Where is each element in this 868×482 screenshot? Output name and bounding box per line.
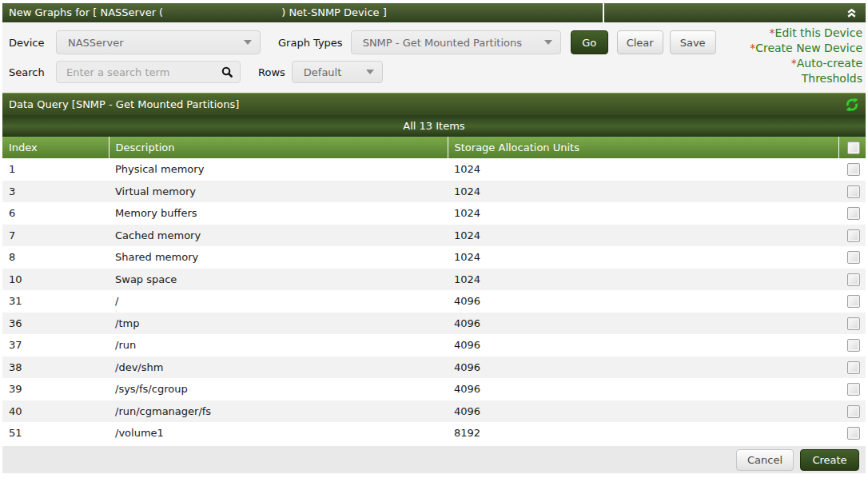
row-checkbox[interactable] [847, 295, 860, 308]
cell-select [838, 202, 866, 225]
search-input[interactable] [66, 66, 221, 78]
graph-types-select-value: SNMP - Get Mounted Partitions [363, 37, 522, 49]
auto-create-thresholds-label: Auto-create Thresholds [797, 57, 862, 85]
action-footer: Cancel Create [2, 446, 866, 473]
cell-select [838, 225, 866, 247]
cell-description: Shared memory [109, 246, 448, 269]
data-query-title: Data Query [SNMP - Get Mounted Partition… [9, 98, 239, 110]
row-checkbox[interactable] [847, 361, 860, 374]
cell-index: 40 [2, 400, 109, 423]
search-icon [221, 66, 233, 78]
cell-index: 51 [2, 422, 109, 444]
row-checkbox[interactable] [847, 405, 860, 418]
cell-units: 8192 [448, 422, 838, 444]
cell-units: 1024 [448, 158, 838, 181]
column-header-description: Description [109, 137, 448, 158]
row-checkbox[interactable] [847, 207, 860, 220]
table-row[interactable]: 51 /volume1 8192 [2, 422, 866, 444]
cell-units: 4096 [448, 357, 838, 379]
partitions-table: Index Description Storage Allocation Uni… [2, 137, 866, 444]
edit-this-device-link[interactable]: *Edit this Device [770, 26, 862, 39]
items-summary: All 13 Items [403, 120, 464, 132]
row-checkbox[interactable] [847, 185, 860, 198]
row-checkbox[interactable] [847, 273, 860, 286]
table-row[interactable]: 31 / 4096 [2, 290, 866, 313]
cell-index: 39 [2, 378, 109, 400]
row-checkbox[interactable] [847, 383, 860, 396]
items-summary-bar: All 13 Items [2, 115, 866, 137]
cell-index: 3 [2, 181, 109, 203]
create-button[interactable]: Create [800, 449, 859, 471]
row-checkbox[interactable] [847, 317, 860, 330]
create-new-device-label: Create New Device [755, 42, 862, 54]
page: New Graphs for [ NASServer () Net-SNMP D… [2, 3, 866, 473]
device-label: Device [2, 37, 56, 49]
table-row[interactable]: 40 /run/cgmanager/fs 4096 [2, 400, 866, 423]
create-new-device-link[interactable]: *Create New Device [750, 42, 862, 54]
cell-description: /tmp [109, 313, 448, 335]
row-checkbox[interactable] [847, 163, 860, 176]
cell-select [838, 422, 866, 444]
cell-units: 1024 [448, 246, 838, 269]
device-select-value: NASServer [68, 37, 124, 49]
cell-description: Cached memory [109, 225, 448, 247]
row-checkbox[interactable] [847, 229, 860, 242]
cell-select [838, 378, 866, 400]
select-all-checkbox[interactable] [847, 141, 860, 154]
table-row[interactable]: 38 /dev/shm 4096 [2, 357, 866, 379]
table-row[interactable]: 39 /sys/fs/cgroup 4096 [2, 378, 866, 400]
save-button[interactable]: Save [670, 30, 716, 54]
rows-select-value: Default [304, 66, 342, 78]
refresh-icon[interactable] [845, 98, 859, 112]
cell-description: Swap space [109, 269, 448, 291]
cancel-button[interactable]: Cancel [736, 449, 794, 471]
table-row[interactable]: 6 Memory buffers 1024 [2, 202, 866, 225]
table-row[interactable]: 8 Shared memory 1024 [2, 246, 866, 269]
cell-units: 1024 [448, 225, 838, 247]
edit-this-device-label: Edit this Device [775, 26, 862, 39]
table-row[interactable]: 3 Virtual memory 1024 [2, 181, 866, 203]
cell-units: 4096 [448, 290, 838, 313]
row-checkbox[interactable] [847, 427, 860, 440]
graph-types-label: Graph Types [272, 37, 343, 49]
table-row[interactable]: 36 /tmp 4096 [2, 313, 866, 335]
rows-select[interactable]: Default [292, 61, 383, 83]
cell-description: / [109, 290, 448, 313]
cell-description: /run/cgmanager/fs [109, 400, 448, 423]
collapse-icon[interactable] [846, 7, 858, 19]
table-row[interactable]: 10 Swap space 1024 [2, 269, 866, 291]
table-row[interactable]: 7 Cached memory 1024 [2, 225, 866, 247]
cell-description: Virtual memory [109, 181, 448, 203]
cell-index: 38 [2, 357, 109, 379]
cell-select [838, 313, 866, 335]
page-title: New Graphs for [ NASServer () Net-SNMP D… [2, 3, 604, 22]
cell-select [838, 290, 866, 313]
table-row[interactable]: 1 Physical memory 1024 [2, 158, 866, 181]
search-field [56, 61, 241, 83]
cell-select [838, 357, 866, 379]
chevron-down-icon [366, 70, 374, 74]
cell-index: 8 [2, 246, 109, 269]
cell-select [838, 400, 866, 423]
cell-description: /run [109, 334, 448, 357]
cell-index: 31 [2, 290, 109, 313]
clear-button[interactable]: Clear [617, 30, 663, 54]
table-row[interactable]: 37 /run 4096 [2, 334, 866, 357]
page-title-left: New Graphs for [ NASServer ( [9, 6, 163, 18]
row-checkbox[interactable] [847, 251, 860, 264]
device-select[interactable]: NASServer [56, 30, 261, 54]
cell-units: 1024 [448, 181, 838, 203]
cell-select [838, 158, 866, 181]
cell-select [838, 334, 866, 357]
column-header-index: Index [2, 137, 109, 158]
table-header-row: Index Description Storage Allocation Uni… [2, 137, 866, 158]
cell-description: /sys/fs/cgroup [109, 378, 448, 400]
title-bar: New Graphs for [ NASServer () Net-SNMP D… [2, 3, 866, 22]
column-header-select [838, 137, 866, 158]
graph-types-select[interactable]: SNMP - Get Mounted Partitions [351, 30, 561, 54]
cell-index: 10 [2, 269, 109, 291]
go-button[interactable]: Go [571, 30, 608, 54]
row-checkbox[interactable] [847, 339, 860, 352]
data-query-header: Data Query [SNMP - Get Mounted Partition… [2, 93, 866, 115]
auto-create-thresholds-link[interactable]: *Auto-create Thresholds [791, 57, 862, 85]
